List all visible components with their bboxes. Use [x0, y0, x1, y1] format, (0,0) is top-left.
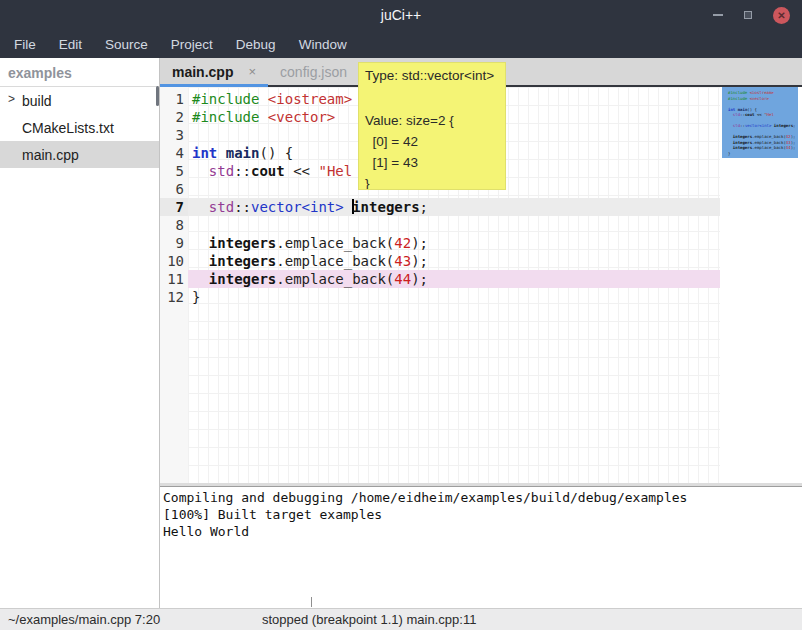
tree-item-cmakelists-txt[interactable]: CMakeLists.txt — [0, 114, 159, 141]
expander-icon[interactable]: > — [8, 92, 15, 106]
code-line-9[interactable]: integers.emplace_back(42); — [188, 234, 720, 252]
tooltip-value: Value: size=2 { [0] = 42 [1] = 43} — [365, 110, 499, 190]
minimap[interactable]: #include <iostream>#include <vector>int … — [720, 87, 802, 483]
terminal-line: Compiling and debugging /home/eidheim/ex… — [163, 489, 799, 506]
line-number: 8 — [160, 216, 188, 234]
project-name: examples — [0, 58, 159, 87]
tree-item-main-cpp[interactable]: main.cpp — [0, 141, 159, 168]
line-number: 12 — [160, 288, 188, 306]
tab-label: config.json — [280, 64, 347, 80]
status-file-position: ~/examples/main.cpp 7:20 — [0, 612, 262, 627]
code-line-7[interactable]: std::vector<int> integers; — [188, 198, 720, 216]
line-number: 2 — [160, 108, 188, 126]
titlebar: juCi++ ✕ — [0, 0, 802, 30]
menu-project[interactable]: Project — [167, 34, 217, 55]
close-button[interactable]: ✕ — [773, 7, 790, 24]
line-number: 11 — [160, 270, 188, 288]
minimize-icon — [713, 14, 723, 16]
minimap-line: } — [728, 151, 796, 157]
code-line-10[interactable]: integers.emplace_back(43); — [188, 252, 720, 270]
line-number: 4 — [160, 144, 188, 162]
tab-close-icon[interactable]: × — [248, 64, 256, 79]
menu-file[interactable]: File — [10, 34, 40, 55]
window-controls: ✕ — [713, 0, 790, 30]
minimap-line: std::vector<int> integers; — [728, 123, 796, 129]
line-number-gutter: 123456789101112 — [160, 87, 188, 483]
menubar: FileEditSourceProjectDebugWindow — [0, 30, 802, 58]
tooltip-type: Type: std::vector<int> — [365, 68, 499, 83]
line-number: 7 — [160, 198, 188, 216]
code-line-11[interactable]: integers.emplace_back(44); — [188, 270, 720, 288]
restore-button[interactable] — [744, 11, 752, 19]
tree-item-label: main.cpp — [22, 147, 79, 163]
tooltip-value-line: } — [365, 173, 499, 190]
minimize-button[interactable] — [713, 14, 723, 16]
tab-main-cpp[interactable]: main.cpp× — [160, 58, 268, 85]
terminal-line: Hello World — [163, 523, 799, 540]
file-tree-sidebar: examples >buildCMakeLists.txtmain.cpp — [0, 58, 160, 608]
line-number: 6 — [160, 180, 188, 198]
tooltip-value-line: [0] = 42 — [365, 131, 499, 152]
line-number: 3 — [160, 126, 188, 144]
line-number: 9 — [160, 234, 188, 252]
tooltip-value-line: [1] = 43 — [365, 152, 499, 173]
tab-label: main.cpp — [172, 64, 233, 80]
line-number: 1 — [160, 90, 188, 108]
paned-handle[interactable] — [311, 597, 312, 607]
tooltip-value-line: Value: size=2 { — [365, 110, 499, 131]
menu-edit[interactable]: Edit — [55, 34, 86, 55]
tab-config-json[interactable]: config.json — [268, 58, 359, 85]
statusbar: ~/examples/main.cpp 7:20 stopped (breakp… — [0, 608, 802, 630]
close-icon: ✕ — [777, 10, 785, 21]
terminal-line: [100%] Built target examples — [163, 506, 799, 523]
restore-icon — [744, 11, 752, 19]
status-debug-state: stopped (breakpoint 1.1) main.cpp:11 — [262, 612, 476, 627]
debug-value-tooltip: Type: std::vector<int> Value: size=2 { [… — [358, 62, 506, 190]
code-line-8[interactable] — [188, 216, 720, 234]
code-line-12[interactable]: } — [188, 288, 720, 306]
menu-window[interactable]: Window — [295, 34, 351, 55]
terminal-output[interactable]: Compiling and debugging /home/eidheim/ex… — [160, 487, 802, 608]
window-title: juCi++ — [381, 7, 421, 23]
sidebar-scrollbar[interactable] — [156, 86, 159, 106]
tree-item-build[interactable]: >build — [0, 87, 159, 114]
minimap-line: integers.emplace_back(44); — [728, 145, 796, 151]
tree-item-label: build — [22, 93, 52, 109]
line-number: 5 — [160, 162, 188, 180]
line-number: 10 — [160, 252, 188, 270]
menu-source[interactable]: Source — [101, 34, 152, 55]
tree-item-label: CMakeLists.txt — [22, 120, 114, 136]
menu-debug[interactable]: Debug — [232, 34, 280, 55]
minimap-code: #include <iostream>#include <vector>int … — [728, 90, 796, 156]
file-tree: >buildCMakeLists.txtmain.cpp — [0, 87, 159, 168]
